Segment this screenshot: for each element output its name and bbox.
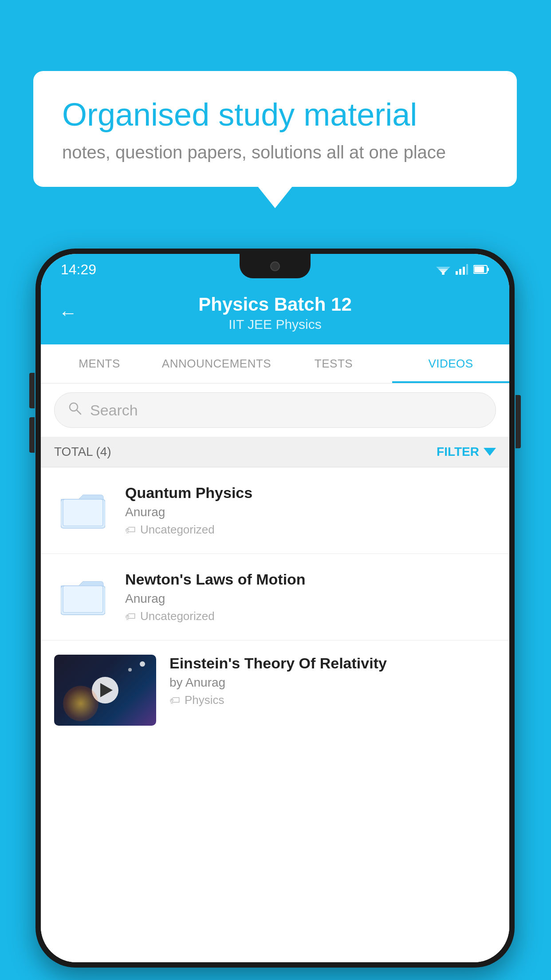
filter-icon xyxy=(484,448,496,456)
video-title: Newton's Laws of Motion xyxy=(125,571,496,588)
tabs-bar: MENTS ANNOUNCEMENTS TESTS VIDEOS xyxy=(41,344,509,383)
thumbnail-star xyxy=(140,661,145,667)
video-item[interactable]: Einstein's Theory Of Relativity by Anura… xyxy=(41,640,509,740)
svg-rect-10 xyxy=(487,268,489,271)
video-tag: 🏷 Uncategorized xyxy=(125,523,496,537)
video-author: Anurag xyxy=(125,592,496,606)
video-author: Anurag xyxy=(125,505,496,519)
svg-rect-6 xyxy=(463,267,465,275)
front-camera xyxy=(270,261,280,271)
power-button[interactable] xyxy=(516,395,521,448)
status-time: 14:29 xyxy=(61,261,96,278)
speech-bubble-subtitle: notes, question papers, solutions all at… xyxy=(62,142,488,162)
app-bar-title-section: Physics Batch 12 IIT JEE Physics xyxy=(91,294,460,332)
volume-down-button[interactable] xyxy=(29,417,35,453)
battery-icon xyxy=(473,265,489,274)
search-container: Search xyxy=(41,383,509,437)
app-bar: ← Physics Batch 12 IIT JEE Physics xyxy=(41,285,509,344)
svg-rect-16 xyxy=(63,586,103,612)
thumbnail-star2 xyxy=(128,668,132,672)
video-thumbnail xyxy=(54,655,156,726)
video-tag: 🏷 Uncategorized xyxy=(125,609,496,623)
app-bar-subtitle: IIT JEE Physics xyxy=(91,317,460,332)
status-icons xyxy=(436,264,489,275)
video-item[interactable]: Newton's Laws of Motion Anurag 🏷 Uncateg… xyxy=(41,554,509,640)
svg-rect-7 xyxy=(466,264,468,275)
svg-rect-5 xyxy=(459,269,461,275)
search-icon xyxy=(68,401,82,419)
volume-up-button[interactable] xyxy=(29,373,35,408)
search-box[interactable]: Search xyxy=(54,392,496,428)
video-author: by Anurag xyxy=(169,676,496,690)
svg-rect-14 xyxy=(63,499,103,526)
video-tag: 🏷 Physics xyxy=(169,693,496,707)
tag-icon: 🏷 xyxy=(169,694,180,707)
video-title: Quantum Physics xyxy=(125,484,496,502)
filter-button[interactable]: FILTER xyxy=(437,445,496,459)
svg-line-12 xyxy=(77,410,81,414)
app-bar-title: Physics Batch 12 xyxy=(91,294,460,315)
video-info: Quantum Physics Anurag 🏷 Uncategorized xyxy=(125,484,496,537)
tab-announcements[interactable]: ANNOUNCEMENTS xyxy=(158,344,275,383)
folder-icon xyxy=(61,490,105,530)
video-info: Einstein's Theory Of Relativity by Anura… xyxy=(169,655,496,707)
folder-thumbnail xyxy=(54,482,112,539)
video-list: Quantum Physics Anurag 🏷 Uncategorized xyxy=(41,467,509,962)
tab-videos[interactable]: VIDEOS xyxy=(392,344,509,383)
wifi-icon xyxy=(436,264,450,275)
total-count: TOTAL (4) xyxy=(54,445,111,459)
folder-icon xyxy=(61,577,105,617)
tab-tests[interactable]: TESTS xyxy=(275,344,392,383)
phone-screen: 14:29 xyxy=(41,254,509,962)
signal-icon xyxy=(456,264,468,275)
video-info: Newton's Laws of Motion Anurag 🏷 Uncateg… xyxy=(125,571,496,623)
status-bar: 14:29 xyxy=(41,254,509,285)
filter-bar: TOTAL (4) FILTER xyxy=(41,437,509,467)
speech-bubble: Organised study material notes, question… xyxy=(33,71,517,187)
tab-ments[interactable]: MENTS xyxy=(41,344,158,383)
svg-rect-4 xyxy=(456,271,458,275)
folder-thumbnail xyxy=(54,568,112,626)
tag-icon: 🏷 xyxy=(125,610,136,623)
app-content: ← Physics Batch 12 IIT JEE Physics MENTS… xyxy=(41,285,509,962)
thumbnail-glow xyxy=(63,686,98,721)
back-button[interactable]: ← xyxy=(59,302,77,324)
phone-frame: 14:29 xyxy=(35,249,515,968)
speech-bubble-title: Organised study material xyxy=(62,95,488,134)
tag-icon: 🏷 xyxy=(125,524,136,536)
video-item[interactable]: Quantum Physics Anurag 🏷 Uncategorized xyxy=(41,467,509,554)
video-title: Einstein's Theory Of Relativity xyxy=(169,655,496,672)
phone-notch xyxy=(240,254,311,278)
svg-rect-9 xyxy=(474,266,484,273)
search-placeholder: Search xyxy=(90,402,138,419)
